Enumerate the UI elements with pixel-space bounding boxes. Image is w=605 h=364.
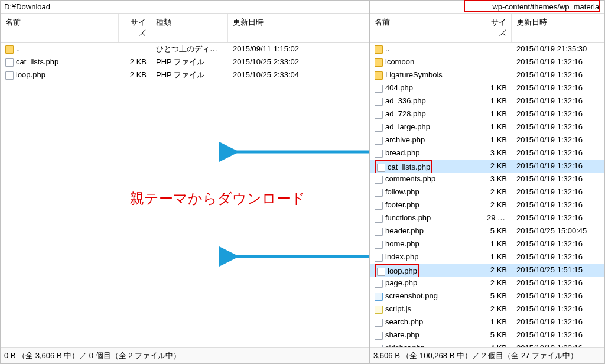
table-row[interactable]: ..2015/10/19 21:35:30 [370, 43, 604, 56]
file-date: 2015/10/19 1:32:16 [512, 342, 600, 347]
file-date: 2015/10/19 1:32:16 [512, 173, 600, 186]
right-col-date[interactable]: 更新日時 [512, 14, 600, 42]
file-icon [375, 214, 383, 223]
left-col-date[interactable]: 更新日時 [228, 14, 334, 42]
file-size: 3 KB [482, 173, 512, 186]
file-size: 1 KB [482, 95, 512, 108]
file-name: cat_lists.php [16, 57, 58, 66]
left-pane: D:¥Download 名前 サイズ 種類 更新日時 ..ひとつ上のディレクトリ… [0, 0, 369, 364]
table-row[interactable]: search.php1 KB2015/10/19 1:32:16 [370, 316, 604, 329]
folder-icon [5, 46, 14, 54]
file-icon [375, 280, 383, 288]
file-icon [375, 202, 383, 210]
file-type: ひとつ上のディレクトリ [151, 43, 228, 56]
file-icon [375, 150, 383, 158]
right-col-size[interactable]: サイズ [482, 14, 512, 42]
table-row[interactable]: ..ひとつ上のディレクトリ2015/09/11 1:15:02 [1, 43, 369, 56]
file-icon [5, 58, 14, 67]
file-icon [375, 188, 383, 197]
file-name: LigatureSymbols [385, 70, 443, 79]
right-path-bar[interactable]: wp-content/themes/wp_material [370, 1, 604, 14]
table-row[interactable]: archive.php1 KB2015/10/19 1:32:16 [370, 134, 604, 147]
file-icon [375, 228, 383, 236]
file-size: 1 KB [482, 316, 512, 329]
file-name: script.js [385, 304, 411, 313]
file-size: 2 KB [119, 69, 151, 82]
file-date: 2015/10/25 15:00:45 [512, 225, 600, 238]
file-date: 2015/10/19 1:32:16 [512, 290, 600, 303]
file-size [482, 69, 512, 82]
table-row[interactable]: screenshot.png5 KB2015/10/19 1:32:16 [370, 290, 604, 303]
file-type: PHP ファイル [151, 69, 228, 82]
table-row[interactable]: cat_lists.php2 KBPHP ファイル2015/10/25 2:33… [1, 56, 369, 69]
left-col-name[interactable]: 名前 [1, 14, 119, 42]
file-name: cat_lists.php [388, 162, 430, 171]
table-row[interactable]: cat_lists.php2 KB2015/10/19 1:32:16 [370, 160, 604, 173]
table-row[interactable]: home.php1 KB2015/10/19 1:32:16 [370, 238, 604, 251]
table-row[interactable]: script.js2 KB2015/10/19 1:32:16 [370, 303, 604, 316]
right-status: 3,606 B （全 100,268 B 中）／ 2 個目（全 27 ファイル中… [370, 347, 604, 363]
right-file-list[interactable]: ..2015/10/19 21:35:30icomoon2015/10/19 1… [370, 43, 604, 347]
table-row[interactable]: bread.php3 KB2015/10/19 1:32:16 [370, 147, 604, 160]
table-row[interactable]: sidebar.php4 KB2015/10/19 1:32:16 [370, 342, 604, 347]
table-row[interactable]: functions.php29 KB2015/10/19 1:32:16 [370, 212, 604, 225]
table-row[interactable]: ad_336.php1 KB2015/10/19 1:32:16 [370, 95, 604, 108]
left-col-size[interactable]: サイズ [119, 14, 151, 42]
file-name: .. [385, 44, 389, 53]
table-row[interactable]: footer.php2 KB2015/10/19 1:32:16 [370, 199, 604, 212]
file-name: home.php [385, 239, 419, 248]
file-name: screenshot.png [385, 291, 438, 300]
file-date: 2015/09/11 1:15:02 [228, 43, 334, 56]
table-row[interactable]: loop.php2 KBPHP ファイル2015/10/25 2:33:04 [1, 69, 369, 82]
file-date: 2015/10/25 1:51:15 [512, 264, 600, 277]
file-size: 1 KB [482, 108, 512, 121]
file-icon [377, 164, 385, 172]
left-path-bar[interactable]: D:¥Download [1, 1, 369, 14]
table-row[interactable]: icomoon2015/10/19 1:32:16 [370, 56, 604, 69]
table-row[interactable]: LigatureSymbols2015/10/19 1:32:16 [370, 69, 604, 82]
file-date: 2015/10/19 1:32:16 [512, 212, 600, 225]
table-row[interactable]: loop.php2 KB2015/10/25 1:51:15 [370, 264, 604, 277]
left-col-type[interactable]: 種類 [151, 14, 228, 42]
file-icon [375, 176, 383, 184]
file-name: comments.php [385, 174, 435, 183]
file-size: 29 KB [482, 212, 512, 225]
table-row[interactable]: header.php5 KB2015/10/25 15:00:45 [370, 225, 604, 238]
file-date: 2015/10/19 1:32:16 [512, 238, 600, 251]
folder-icon [375, 58, 383, 67]
file-size: 1 KB [482, 82, 512, 95]
table-row[interactable]: page.php2 KB2015/10/19 1:32:16 [370, 277, 604, 290]
file-name: share.php [385, 330, 419, 339]
file-icon [375, 136, 383, 145]
file-icon [375, 254, 383, 262]
file-date: 2015/10/19 1:32:16 [512, 147, 600, 160]
table-row[interactable]: 404.php1 KB2015/10/19 1:32:16 [370, 82, 604, 95]
file-size: 5 KB [482, 225, 512, 238]
file-size: 2 KB [482, 277, 512, 290]
file-name: loop.php [16, 70, 45, 79]
table-row[interactable]: comments.php3 KB2015/10/19 1:32:16 [370, 173, 604, 186]
file-size: 1 KB [482, 134, 512, 147]
file-icon [375, 240, 383, 249]
file-size: 2 KB [482, 264, 512, 277]
file-name: loop.php [388, 266, 417, 275]
file-size: 5 KB [482, 329, 512, 342]
file-date: 2015/10/19 1:32:16 [512, 160, 600, 173]
file-icon [375, 98, 383, 106]
right-path: wp-content/themes/wp_material [492, 2, 601, 11]
file-name: ad_large.php [385, 122, 430, 131]
table-row[interactable]: ad_large.php1 KB2015/10/19 1:32:16 [370, 121, 604, 134]
file-name: ad_728.php [385, 109, 426, 118]
table-row[interactable]: share.php5 KB2015/10/19 1:32:16 [370, 329, 604, 342]
right-header-row: 名前 サイズ 更新日時 [370, 14, 604, 43]
folder-icon [375, 72, 383, 80]
table-row[interactable]: follow.php2 KB2015/10/19 1:32:16 [370, 186, 604, 199]
file-icon [375, 110, 383, 119]
file-name: archive.php [385, 135, 425, 144]
right-col-name[interactable]: 名前 [370, 14, 482, 42]
left-status: 0 B （全 3,606 B 中）／ 0 個目（全 2 ファイル中） [1, 347, 369, 363]
image-icon [375, 292, 383, 301]
file-size: 4 KB [482, 342, 512, 347]
table-row[interactable]: ad_728.php1 KB2015/10/19 1:32:16 [370, 108, 604, 121]
table-row[interactable]: index.php1 KB2015/10/19 1:32:16 [370, 251, 604, 264]
